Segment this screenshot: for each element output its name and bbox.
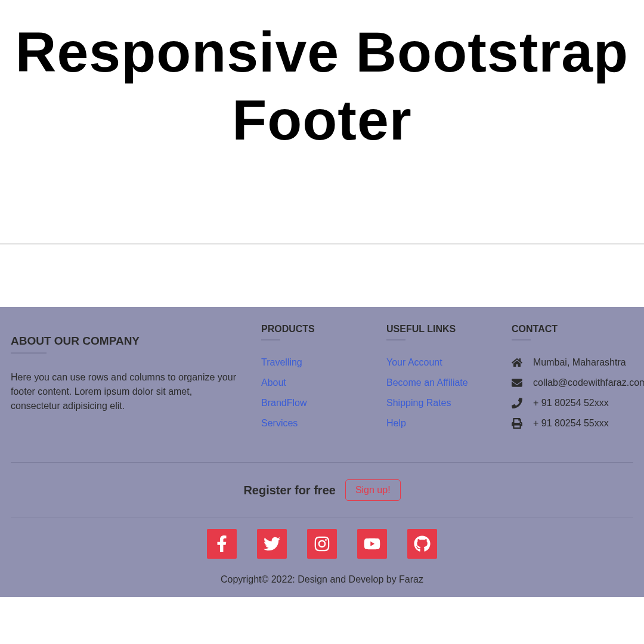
list-item: Become an Affiliate [386,377,488,388]
underline [261,339,280,340]
youtube-icon [364,535,380,552]
printer-icon [512,418,522,429]
instagram-button[interactable] [307,529,337,559]
page-title: Responsive Bootstrap Footer [12,18,632,154]
social-row [11,518,633,574]
home-icon [512,357,522,368]
product-link-services[interactable]: Services [261,418,298,428]
facebook-button[interactable] [207,529,237,559]
contact-list: Mumbai, Maharashtra collab@codewithfaraz… [512,357,644,429]
footer-columns: ABOUT OUR COMPANY Here you can use rows … [11,324,633,438]
useful-link-help[interactable]: Help [386,418,406,428]
github-button[interactable] [407,529,437,559]
list-item: Your Account [386,357,488,368]
github-icon [414,535,431,552]
list-item: About [261,377,363,388]
underline [512,339,531,340]
list-item: Travelling [261,357,363,368]
list-item: Help [386,418,488,429]
contact-phone: + 91 80254 52xxx [533,398,609,408]
products-list: Travelling About BrandFlow Services [261,357,363,429]
useful-link-shipping[interactable]: Shipping Rates [386,398,451,408]
spacer [0,244,644,307]
product-link-about[interactable]: About [261,377,286,388]
copyright: Copyright© 2022: Design and Develop by F… [11,574,633,585]
phone-icon [512,398,522,408]
list-item: Services [261,418,363,429]
useful-column: USEFUL LINKS Your Account Become an Affi… [386,324,488,438]
list-item: BrandFlow [261,398,363,408]
contact-item-email: collab@codewithfaraz.com [512,377,644,388]
cta-text: Register for free [243,484,336,497]
contact-heading: CONTACT [512,324,644,335]
contact-item-phone: + 91 80254 52xxx [512,398,644,408]
useful-list: Your Account Become an Affiliate Shippin… [386,357,488,429]
useful-link-account[interactable]: Your Account [386,357,442,367]
product-link-travelling[interactable]: Travelling [261,357,302,367]
about-heading: ABOUT OUR COMPANY [11,335,237,348]
underline [386,339,405,340]
list-item: Shipping Rates [386,398,488,408]
cta-bar: Register for free Sign up! [11,462,633,518]
footer: ABOUT OUR COMPANY Here you can use rows … [0,307,644,597]
contact-item-fax: + 91 80254 55xxx [512,418,644,429]
useful-link-affiliate[interactable]: Become an Affiliate [386,377,468,388]
contact-address: Mumbai, Maharashtra [533,357,626,368]
about-column: ABOUT OUR COMPANY Here you can use rows … [11,324,237,438]
product-link-brandflow[interactable]: BrandFlow [261,398,306,408]
about-text: Here you can use rows and columns to org… [11,370,237,413]
products-heading: PRODUCTS [261,324,363,335]
contact-email: collab@codewithfaraz.com [533,377,644,388]
products-column: PRODUCTS Travelling About BrandFlow Serv… [261,324,363,438]
instagram-icon [314,535,330,552]
youtube-button[interactable] [357,529,387,559]
underline [11,352,47,354]
twitter-icon [264,535,280,552]
contact-column: CONTACT Mumbai, Maharashtra collab@codew… [512,324,644,438]
twitter-button[interactable] [257,529,287,559]
useful-heading: USEFUL LINKS [386,324,488,335]
header: Responsive Bootstrap Footer [0,0,644,243]
signup-button[interactable]: Sign up! [345,479,401,501]
envelope-icon [512,377,522,388]
contact-item-address: Mumbai, Maharashtra [512,357,644,368]
facebook-icon [213,535,230,552]
contact-fax: + 91 80254 55xxx [533,418,609,429]
